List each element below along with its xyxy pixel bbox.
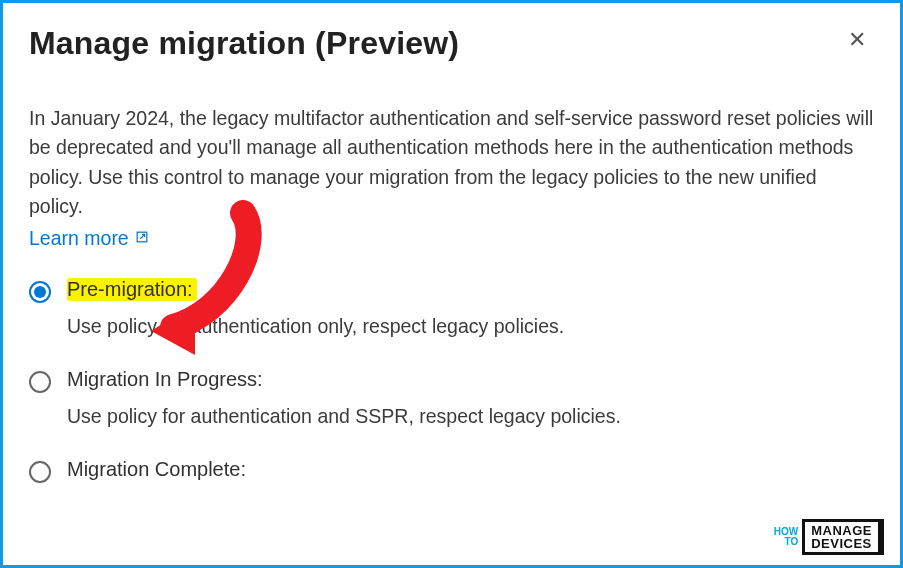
radio-pre-migration[interactable] bbox=[29, 281, 51, 303]
dialog-description: In January 2024, the legacy multifactor … bbox=[29, 104, 874, 221]
close-icon: ✕ bbox=[848, 27, 866, 52]
learn-more-label: Learn more bbox=[29, 227, 129, 250]
option-description: Use policy for authentication only, resp… bbox=[67, 315, 874, 338]
learn-more-link[interactable]: Learn more bbox=[29, 227, 149, 250]
watermark-to: TO bbox=[774, 537, 798, 547]
watermark-devices: DEVICES bbox=[811, 537, 872, 550]
option-label: Migration In Progress: bbox=[67, 368, 263, 391]
option-migration-in-progress[interactable]: Migration In Progress: Use policy for au… bbox=[29, 368, 874, 452]
option-label: Pre-migration: bbox=[67, 278, 197, 301]
dialog-title: Manage migration (Preview) bbox=[29, 25, 459, 62]
migration-options: Pre-migration: Use policy for authentica… bbox=[29, 278, 874, 483]
external-link-icon bbox=[135, 230, 149, 248]
option-description: Use policy for authentication and SSPR, … bbox=[67, 405, 874, 428]
radio-migration-in-progress[interactable] bbox=[29, 371, 51, 393]
option-label: Migration Complete: bbox=[67, 458, 246, 481]
dialog-frame: Manage migration (Preview) ✕ In January … bbox=[0, 0, 903, 568]
close-button[interactable]: ✕ bbox=[840, 25, 874, 55]
dialog-header: Manage migration (Preview) ✕ bbox=[29, 25, 874, 62]
radio-migration-complete[interactable] bbox=[29, 461, 51, 483]
option-pre-migration[interactable]: Pre-migration: Use policy for authentica… bbox=[29, 278, 874, 362]
watermark-logo: HOW TO MANAGE DEVICES bbox=[774, 519, 884, 555]
option-migration-complete[interactable]: Migration Complete: bbox=[29, 458, 874, 483]
